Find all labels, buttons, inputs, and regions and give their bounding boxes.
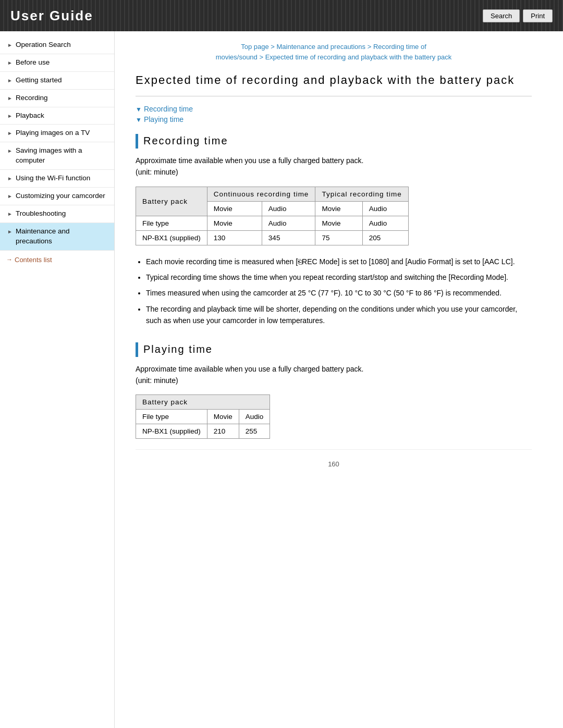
recording-desc: Approximate time available when you use … (136, 155, 532, 178)
td-val-75: 75 (315, 230, 362, 245)
page-footer: 160 (136, 449, 532, 478)
triangle-icon: ▼ (136, 106, 142, 113)
recording-bullets: Each movie recording time is measured wh… (136, 256, 532, 327)
td-movie1: Movie (207, 201, 262, 216)
td-filetype-movie: Movie (207, 216, 262, 230)
search-button[interactable]: Search (483, 9, 520, 22)
td-audio1: Audio (262, 201, 315, 216)
td-filetype-audio: Audio (262, 216, 315, 230)
breadcrumb-top[interactable]: Top page (241, 43, 269, 51)
playing-time-link[interactable]: ▼Playing time (136, 115, 532, 124)
main-layout: ► Operation Search ► Before use ► Gettin… (0, 31, 563, 728)
contents-list-link[interactable]: → Contents list (0, 251, 114, 269)
bullet-item: Each movie recording time is measured wh… (146, 256, 532, 267)
sidebar-item-maintenance[interactable]: ► Maintenance and precautions (0, 223, 114, 251)
td-val-210: 210 (207, 424, 239, 439)
table-row: NP-BX1 (supplied) 210 255 (136, 424, 270, 439)
page-title: Expected time of recording and playback … (136, 72, 532, 96)
sidebar-item-getting-started[interactable]: ► Getting started (0, 72, 114, 90)
recording-time-heading: Recording time (136, 134, 532, 149)
th-battery-pack-playing: Battery pack (136, 395, 270, 410)
sidebar-item-customizing[interactable]: ► Customizing your camcorder (0, 188, 114, 205)
td-filetype-movie2: Movie (315, 216, 362, 230)
playing-desc: Approximate time available when you use … (136, 363, 532, 387)
arrow-icon: ► (7, 113, 13, 120)
table-subheader-row: File type Movie Audio (136, 410, 270, 424)
bullet-item: The recording and playback time will be … (146, 303, 532, 327)
playing-time-heading: Playing time (136, 342, 532, 357)
td-movie-playing: Movie (207, 410, 239, 424)
table-row: File type Movie Audio Movie Audio (136, 216, 409, 230)
breadcrumb-maintenance[interactable]: Maintenance and precautions (277, 43, 366, 51)
recording-time-title: Recording time (143, 135, 228, 147)
recording-time-link[interactable]: ▼Recording time (136, 105, 532, 113)
arrow-icon: ► (7, 193, 13, 200)
breadcrumb-full-path[interactable]: movies/sound > Expected time of recordin… (216, 53, 452, 61)
sidebar-label: Operation Search (16, 40, 108, 50)
page-header: User Guide Search Print (0, 0, 563, 31)
playing-desc-line1: Approximate time available when you use … (136, 365, 363, 373)
arrow-icon: ► (7, 175, 13, 182)
section-links: ▼Recording time ▼Playing time (136, 105, 532, 124)
td-val-255: 255 (239, 424, 270, 439)
recording-time-table: Battery pack Continuous recording time T… (136, 187, 409, 245)
sidebar-item-operation-search[interactable]: ► Operation Search (0, 36, 114, 54)
playing-time-title: Playing time (143, 343, 213, 355)
sidebar-label: Maintenance and precautions (16, 227, 108, 246)
sidebar-label: Getting started (16, 76, 108, 85)
sidebar-label: Troubleshooting (16, 209, 108, 219)
td-val-205: 205 (362, 230, 408, 245)
arrow-icon: ► (7, 147, 13, 155)
td-val-130: 130 (207, 230, 262, 245)
td-battery-np-playing: NP-BX1 (supplied) (136, 424, 207, 439)
table-row: NP-BX1 (supplied) 130 345 75 205 (136, 230, 409, 245)
sidebar-item-before-use[interactable]: ► Before use (0, 54, 114, 72)
td-filetype-audio2: Audio (362, 216, 408, 230)
td-filetype: File type (136, 216, 207, 230)
contents-link-label: Contents list (15, 256, 52, 264)
recording-desc-line2: (unit: minute) (136, 168, 178, 176)
arrow-icon: ► (7, 95, 13, 102)
breadcrumb-sep1: > (271, 43, 276, 51)
breadcrumb-sep2: > (368, 43, 373, 51)
sidebar-item-playback[interactable]: ► Playback (0, 107, 114, 125)
page-number: 160 (328, 460, 339, 468)
bullet-item: Typical recording time shows the time wh… (146, 272, 532, 283)
arrow-icon: ► (7, 59, 13, 67)
sidebar-label: Playing images on a TV (16, 128, 108, 138)
print-button[interactable]: Print (523, 9, 553, 22)
playing-time-table: Battery pack File type Movie Audio NP-BX… (136, 394, 270, 439)
arrow-icon: ► (7, 42, 13, 49)
playing-time-section: Playing time Approximate time available … (136, 342, 532, 439)
section-bar (136, 342, 138, 357)
recording-desc-line1: Approximate time available when you use … (136, 156, 363, 165)
sidebar-item-recording[interactable]: ► Recording (0, 90, 114, 107)
td-audio-playing: Audio (239, 410, 270, 424)
section-bar (136, 134, 138, 149)
sidebar-label: Customizing your camcorder (16, 191, 108, 201)
breadcrumb: Top page > Maintenance and precautions >… (136, 42, 532, 62)
arrow-icon: ► (7, 130, 13, 137)
td-filetype-playing: File type (136, 410, 207, 424)
playing-desc-line2: (unit: minute) (136, 376, 178, 385)
sidebar: ► Operation Search ► Before use ► Gettin… (0, 31, 115, 728)
sidebar-item-playing-images-tv[interactable]: ► Playing images on a TV (0, 125, 114, 142)
sidebar-label: Recording (16, 93, 108, 103)
arrow-icon: ► (7, 77, 13, 84)
sidebar-item-saving-images[interactable]: ► Saving images with a computer (0, 142, 114, 170)
th-typical-recording: Typical recording time (315, 187, 408, 201)
table-header-row: Battery pack Continuous recording time T… (136, 187, 409, 201)
breadcrumb-recording-time[interactable]: Recording time of (373, 43, 426, 51)
sidebar-item-troubleshooting[interactable]: ► Troubleshooting (0, 205, 114, 223)
arrow-icon: ► (7, 228, 13, 236)
triangle-icon: ▼ (136, 116, 142, 124)
bullet-item: Times measured when using the camcorder … (146, 287, 532, 299)
sidebar-label: Before use (16, 58, 108, 68)
sidebar-label: Using the Wi-Fi function (16, 174, 108, 183)
td-battery-np: NP-BX1 (supplied) (136, 230, 207, 245)
header-buttons: Search Print (483, 9, 553, 22)
td-audio2: Audio (362, 201, 408, 216)
sidebar-label: Saving images with a computer (16, 146, 108, 166)
sidebar-item-wifi[interactable]: ► Using the Wi-Fi function (0, 170, 114, 188)
td-movie2: Movie (315, 201, 362, 216)
